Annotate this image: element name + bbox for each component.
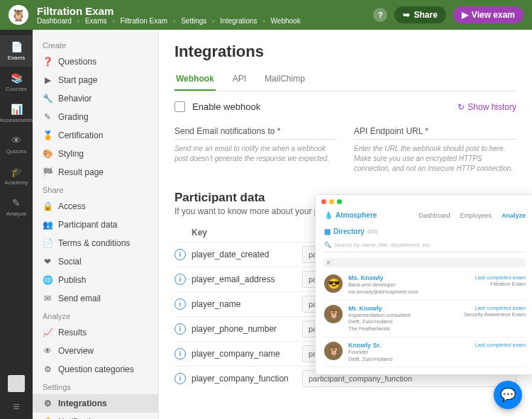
enable-webhook-checkbox[interactable] — [174, 101, 185, 112]
nav-rail: 📄Exams📚Courses📊Assessments👁Quizzes🎓Acade… — [0, 30, 33, 419]
info-icon[interactable]: i — [174, 249, 186, 260]
sidebar-item-overview[interactable]: 👁Overview — [33, 342, 158, 360]
avatar: 😎 — [324, 274, 343, 293]
main-content: Integrations WebhookAPIMailChimp Enable … — [159, 30, 532, 419]
chat-fab[interactable]: 💬 — [494, 381, 522, 409]
last-exam-label: Last completed exam — [464, 305, 526, 311]
exams-icon: 📄 — [11, 41, 23, 52]
rail-item-analyze[interactable]: ✎Analyze — [0, 191, 33, 223]
sidebar-item-label: Question categories — [58, 364, 134, 374]
sidebar-item-label: Overview — [58, 346, 94, 356]
sidebar-item-access[interactable]: 🔒Access — [33, 197, 158, 216]
courses-icon: 📚 — [11, 72, 23, 84]
row-key: player_name — [192, 299, 302, 309]
sidebar-item-notifications[interactable]: 🔔Notifications — [33, 413, 158, 419]
analyze-icon: ✎ — [12, 197, 21, 208]
sidebar-item-publish[interactable]: 🌐Publish — [33, 271, 158, 289]
overlay-nav-item[interactable]: Dashboard — [419, 212, 450, 219]
letter-divider: K — [324, 258, 526, 267]
sidebar-item-send-email[interactable]: ✉Send email — [33, 289, 158, 308]
person-meta: Back-end developerms.knowly@atmosphere.c… — [348, 281, 470, 296]
sidebar-item-icon: 🏁 — [43, 167, 52, 177]
overlay-search[interactable]: 🔍Search by name, title, department, etc. — [324, 240, 526, 252]
sidebar-item-icon: ▶ — [43, 75, 52, 85]
info-icon[interactable]: i — [174, 298, 186, 310]
min-dot[interactable] — [329, 199, 334, 204]
sidebar-item-icon: 🌐 — [43, 275, 52, 285]
view-exam-button[interactable]: ▶View exam — [453, 6, 523, 23]
rail-label: Academy — [4, 179, 28, 186]
user-avatar[interactable] — [8, 375, 25, 392]
chevron-right-icon: › — [77, 18, 79, 25]
person-row[interactable]: 🦉Knowly Sr.FounderDelft, Zuid-HollandLas… — [324, 337, 526, 368]
breadcrumb-item[interactable]: Dashboard — [37, 17, 72, 25]
person-row[interactable]: 🦉Mr. KnowlyImplementation consultantDelf… — [324, 301, 526, 337]
breadcrumb-item[interactable]: Webhook — [271, 17, 301, 25]
sidebar-item-integrations[interactable]: ⚙Integrations — [33, 394, 158, 413]
max-dot[interactable] — [337, 199, 342, 204]
sidebar-item-icon: ⚙ — [43, 364, 52, 374]
sidebar-item-certification[interactable]: 🏅Certification — [33, 126, 158, 145]
page-title: Integrations — [174, 43, 516, 61]
sidebar-item-icon: ❤ — [43, 257, 52, 267]
info-icon[interactable]: i — [174, 373, 186, 384]
last-exam-value: Security Awareness Exam — [464, 311, 526, 318]
sidebar-item-results[interactable]: 📈Results — [33, 323, 158, 342]
directory-heading[interactable]: ▦Directory (83) — [324, 228, 526, 235]
share-button[interactable]: ➥Share — [394, 6, 445, 23]
sidebar-item-questions[interactable]: ❓Questions — [33, 52, 158, 71]
field-label: Send Email notifications to * — [174, 126, 337, 136]
sidebar-item-grading[interactable]: ✎Grading — [33, 108, 158, 126]
menu-icon[interactable]: ≡ — [13, 401, 19, 413]
app-logo[interactable]: 🦉 — [9, 5, 28, 25]
overlay-nav-item[interactable]: Employees — [460, 212, 492, 219]
show-history-link[interactable]: ↻Show history — [458, 102, 516, 112]
breadcrumb-item[interactable]: Integrations — [220, 17, 257, 25]
sidebar-item-result-page[interactable]: 🏁Result page — [33, 163, 158, 181]
person-name: Knowly Sr. — [348, 342, 470, 349]
rail-item-quizzes[interactable]: 👁Quizzes — [0, 129, 33, 160]
sidebar-item-start-page[interactable]: ▶Start page — [33, 71, 158, 89]
rail-item-assessments[interactable]: 📊Assessments — [0, 98, 33, 129]
tab-mailchimp[interactable]: MailChimp — [263, 68, 306, 91]
sidebar-item-icon: ❓ — [43, 57, 52, 67]
sidebar-item-label: Integrations — [58, 398, 107, 408]
sidebar-group-title: Create — [33, 37, 158, 52]
academy-icon: 🎓 — [11, 166, 23, 177]
overlay-nav-item[interactable]: Analyze — [501, 212, 526, 219]
sidebar-item-icon: 👁 — [43, 346, 52, 356]
rail-item-exams[interactable]: 📄Exams — [0, 35, 33, 67]
sidebar-item-label: Participant data — [58, 220, 117, 230]
info-icon[interactable]: i — [174, 323, 186, 335]
sidebar-item-social[interactable]: ❤Social — [33, 252, 158, 271]
sidebar-item-label: Behavior — [58, 94, 92, 104]
sidebar-item-icon: 🔒 — [43, 201, 52, 211]
sidebar-item-behavior[interactable]: 🔧Behavior — [33, 89, 158, 108]
sidebar-item-styling[interactable]: 🎨Styling — [33, 145, 158, 163]
sidebar-item-participant-data[interactable]: 👥Participant data — [33, 216, 158, 234]
overlay-logo: 💧Atmosphere — [324, 211, 377, 219]
info-icon[interactable]: i — [174, 348, 186, 359]
share-icon: ➥ — [403, 10, 410, 20]
sidebar-item-terms-conditions[interactable]: 📄Terms & conditions — [33, 234, 158, 252]
close-dot[interactable] — [321, 199, 326, 204]
breadcrumb-item[interactable]: Filtration Exam — [120, 17, 167, 25]
help-button[interactable]: ? — [373, 8, 387, 22]
info-icon[interactable]: i — [174, 274, 186, 285]
row-key: player_email_address — [192, 274, 302, 284]
topbar: 🦉 Filtration Exam Dashboard›Exams›Filtra… — [0, 0, 532, 30]
sidebar-item-icon: ⚙ — [43, 398, 52, 408]
chat-icon: 💬 — [500, 387, 516, 403]
rail-item-academy[interactable]: 🎓Academy — [0, 160, 33, 191]
breadcrumb-item[interactable]: Exams — [85, 17, 107, 25]
person-row[interactable]: 😎Ms. KnowlyBack-end developerms.knowly@a… — [324, 270, 526, 301]
breadcrumb-item[interactable]: Settings — [181, 17, 206, 25]
person-meta: FounderDelft, Zuid-Holland — [348, 349, 470, 363]
rail-item-courses[interactable]: 📚Courses — [0, 67, 33, 98]
row-key: player_company_function — [192, 374, 302, 384]
preview-overlay: 💧Atmosphere DashboardEmployeesAnalyze ▦D… — [315, 194, 532, 375]
tab-webhook[interactable]: Webhook — [174, 68, 216, 91]
sidebar-item-label: Styling — [58, 149, 84, 159]
sidebar-item-question-categories[interactable]: ⚙Question categories — [33, 360, 158, 379]
tab-api[interactable]: API — [231, 68, 248, 91]
